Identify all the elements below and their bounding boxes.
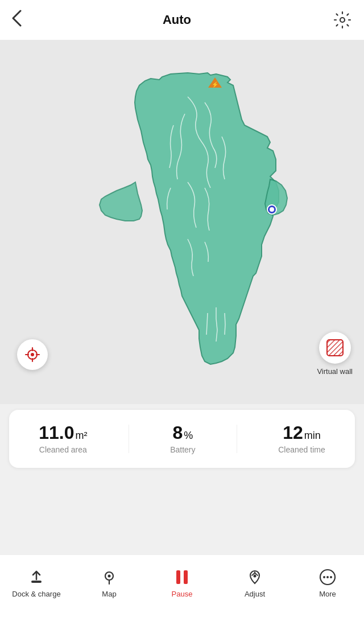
more-icon bbox=[318, 568, 337, 586]
stat-divider-1 bbox=[129, 425, 129, 453]
area-value: 11.0 bbox=[39, 423, 74, 442]
battery-label: Battery bbox=[170, 445, 195, 454]
svg-rect-12 bbox=[327, 340, 343, 356]
adjust-label: Adjust bbox=[245, 590, 265, 598]
virtual-wall-label: Virtual wall bbox=[317, 367, 353, 376]
svg-point-15 bbox=[108, 575, 111, 578]
adjust-icon bbox=[246, 568, 264, 586]
map-button[interactable]: Map bbox=[73, 568, 146, 598]
adjust-button[interactable]: Adjust bbox=[218, 568, 291, 598]
svg-point-22 bbox=[330, 576, 332, 578]
stat-area: 11.0 m² Cleaned area bbox=[39, 423, 87, 454]
pause-button[interactable]: Pause bbox=[146, 568, 218, 598]
svg-point-6 bbox=[31, 353, 34, 356]
pause-icon bbox=[173, 568, 191, 586]
virtual-wall-icon bbox=[319, 332, 351, 364]
back-button[interactable] bbox=[11, 10, 22, 31]
svg-point-0 bbox=[340, 18, 345, 22]
stats-card: 11.0 m² Cleaned area 8 % Battery 12 min … bbox=[9, 410, 355, 468]
dock-charge-button[interactable]: Dock & charge bbox=[0, 568, 73, 598]
svg-rect-16 bbox=[176, 570, 180, 584]
svg-rect-13 bbox=[31, 581, 42, 583]
locate-button[interactable] bbox=[17, 339, 48, 370]
virtual-wall-button[interactable]: Virtual wall bbox=[317, 332, 353, 376]
time-label: Cleaned time bbox=[278, 445, 325, 454]
map-icon bbox=[100, 568, 118, 586]
svg-point-4 bbox=[270, 207, 274, 212]
svg-point-20 bbox=[323, 576, 325, 578]
stat-divider-2 bbox=[237, 425, 237, 453]
battery-value: 8 bbox=[172, 423, 183, 442]
more-label: More bbox=[319, 590, 336, 598]
dock-charge-label: Dock & charge bbox=[12, 590, 60, 598]
stat-battery: 8 % Battery bbox=[170, 423, 195, 454]
dock-icon bbox=[27, 568, 46, 586]
stat-time: 12 min Cleaned time bbox=[278, 423, 325, 454]
svg-point-18 bbox=[254, 575, 257, 578]
header: Auto bbox=[0, 0, 364, 40]
svg-text:⚡: ⚡ bbox=[212, 81, 219, 88]
more-button[interactable]: More bbox=[291, 568, 364, 598]
svg-rect-17 bbox=[184, 570, 188, 584]
bottom-nav: Dock & charge Map Pause bbox=[0, 554, 364, 617]
pause-label: Pause bbox=[172, 590, 193, 598]
svg-point-21 bbox=[326, 576, 329, 578]
map-label: Map bbox=[102, 590, 116, 598]
robot-map: ⚡ bbox=[74, 68, 290, 376]
settings-button[interactable] bbox=[332, 10, 353, 30]
area-label: Cleaned area bbox=[39, 445, 87, 454]
time-unit: min bbox=[304, 430, 321, 442]
area-unit: m² bbox=[75, 430, 87, 442]
page-title: Auto bbox=[163, 13, 191, 27]
battery-unit: % bbox=[184, 430, 193, 442]
map-container[interactable]: ⚡ Virtual wall bbox=[0, 40, 364, 404]
time-value: 12 bbox=[283, 423, 303, 442]
